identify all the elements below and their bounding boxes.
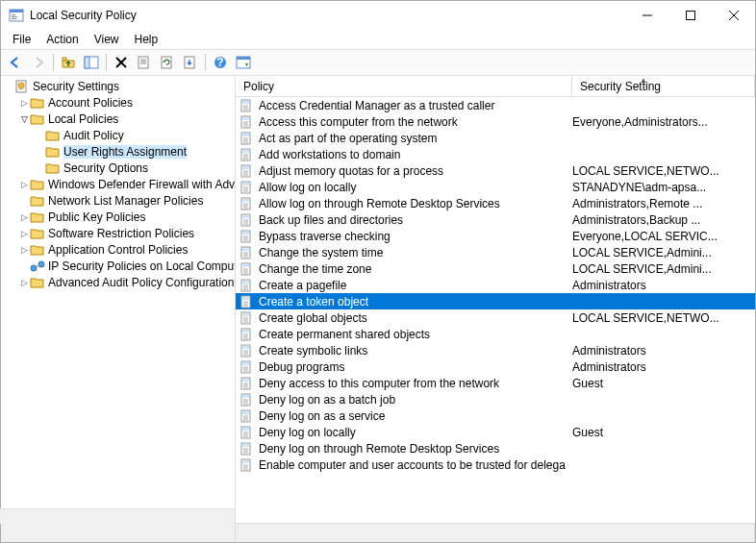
delete-button[interactable] — [111, 52, 132, 73]
policy-name: Change the system time — [259, 246, 383, 259]
show-hide-tree-button[interactable] — [81, 52, 102, 73]
svg-rect-73 — [242, 248, 249, 251]
status-cell — [1, 524, 236, 542]
collapse-icon[interactable]: ▽ — [18, 113, 30, 125]
policy-name: Add workstations to domain — [259, 148, 400, 161]
policy-row[interactable]: Back up files and directoriesAdministrat… — [236, 211, 755, 228]
expand-icon[interactable]: ▷ — [18, 244, 30, 256]
export-button[interactable] — [180, 52, 201, 73]
svg-rect-4 — [12, 18, 16, 19]
policy-row[interactable]: Allow log on through Remote Desktop Serv… — [236, 195, 755, 211]
policy-row[interactable]: Deny log on as a service — [236, 407, 755, 424]
column-setting-label: Security Setting — [580, 80, 661, 93]
policy-name: Deny log on through Remote Desktop Servi… — [259, 442, 499, 456]
column-policy[interactable]: Policy — [236, 76, 572, 96]
tree-item[interactable]: ▷Application Control Policies — [3, 241, 233, 258]
policy-row[interactable]: Deny log on as a batch job — [236, 391, 755, 407]
tree-root-label: Security Settings — [33, 80, 119, 93]
policy-icon — [239, 148, 255, 161]
policy-row[interactable]: Deny access to this computer from the ne… — [236, 375, 755, 391]
policy-row[interactable]: Allow log on locallySTANADYNE\adm-apsa..… — [236, 179, 755, 195]
policy-name: Deny log on as a service — [259, 409, 385, 423]
expand-icon[interactable]: ▷ — [18, 228, 30, 239]
list-body[interactable]: Access Credential Manager as a trusted c… — [236, 97, 755, 523]
expand-icon[interactable] — [3, 81, 14, 92]
svg-rect-28 — [242, 101, 249, 104]
policy-name: Allow log on locally — [259, 181, 356, 194]
tree-item[interactable]: ▷Account Policies — [3, 94, 233, 111]
tree-item[interactable]: ▷Advanced Audit Policy Configuration — [3, 274, 233, 290]
policy-name: Create symbolic links — [259, 344, 367, 358]
expand-icon[interactable]: ▷ — [18, 277, 30, 288]
svg-rect-10 — [85, 57, 89, 68]
policy-icon — [239, 311, 255, 325]
maximize-button[interactable] — [668, 1, 712, 30]
action-button[interactable] — [233, 52, 254, 73]
tree-item-label: Security Options — [63, 161, 148, 175]
tree-pane[interactable]: Security Settings ▷Account Policies▽Loca… — [1, 76, 236, 523]
policy-row[interactable]: Create global objectsLOCAL SERVICE,NETWO… — [236, 309, 755, 326]
policy-setting: Guest — [572, 426, 755, 439]
tree-item-label: Public Key Policies — [48, 210, 145, 224]
tree-item-label: Application Control Policies — [48, 243, 188, 257]
tree-root[interactable]: Security Settings — [3, 78, 233, 94]
menu-file[interactable]: File — [5, 31, 38, 48]
forward-button[interactable] — [28, 52, 49, 73]
menu-help[interactable]: Help — [127, 31, 166, 48]
policy-row[interactable]: Create permanent shared objects — [236, 326, 755, 342]
tree-item[interactable]: ▽Local Policies — [3, 111, 233, 127]
svg-rect-93 — [242, 313, 249, 316]
close-button[interactable] — [712, 1, 755, 30]
policy-row[interactable]: Access this computer from the networkEve… — [236, 113, 755, 130]
folder-icon — [45, 145, 61, 159]
policy-row[interactable]: Create a token object — [236, 293, 755, 309]
svg-rect-13 — [139, 57, 148, 68]
svg-rect-22 — [237, 57, 250, 60]
refresh-button[interactable] — [157, 52, 178, 73]
up-button[interactable] — [58, 52, 79, 73]
policy-row[interactable]: Deny log on through Remote Desktop Servi… — [236, 440, 755, 457]
tree-horizontal-scrollbar[interactable] — [1, 508, 235, 523]
policy-icon — [239, 442, 255, 456]
tree-item[interactable]: Network List Manager Policies — [3, 192, 233, 209]
policy-setting: Administrators — [572, 344, 755, 358]
properties-button[interactable] — [134, 52, 155, 73]
policy-row[interactable]: Add workstations to domain — [236, 146, 755, 162]
policy-row[interactable]: Bypass traverse checkingEveryone,LOCAL S… — [236, 228, 755, 244]
expand-icon[interactable]: ▷ — [18, 179, 30, 190]
policy-row[interactable]: Change the system timeLOCAL SERVICE,Admi… — [236, 244, 755, 260]
policy-icon — [239, 115, 255, 129]
back-button[interactable] — [5, 52, 26, 73]
policy-row[interactable]: Create a pagefileAdministrators — [236, 277, 755, 293]
policy-row[interactable]: Change the time zoneLOCAL SERVICE,Admini… — [236, 260, 755, 277]
policy-row[interactable]: Debug programsAdministrators — [236, 358, 755, 375]
menu-action[interactable]: Action — [38, 31, 86, 48]
tree-item[interactable]: User Rights Assignment — [3, 143, 233, 160]
policy-icon — [239, 262, 255, 276]
svg-rect-133 — [242, 444, 249, 447]
tree-item[interactable]: Security Options — [3, 160, 233, 176]
tree-item-label: Local Policies — [48, 112, 118, 126]
tree-item[interactable]: ▷Software Restriction Policies — [3, 225, 233, 241]
column-setting[interactable]: Security Setting — [572, 76, 755, 96]
help-button[interactable]: ? — [210, 52, 231, 73]
policy-row[interactable]: Access Credential Manager as a trusted c… — [236, 97, 755, 113]
minimize-button[interactable] — [625, 1, 668, 30]
policy-row[interactable]: Create symbolic linksAdministrators — [236, 342, 755, 358]
policy-icon — [239, 344, 255, 358]
policy-row[interactable]: Act as part of the operating system — [236, 130, 755, 146]
expand-icon[interactable]: ▷ — [18, 97, 30, 109]
policy-setting: Administrators — [572, 360, 755, 374]
tree-item[interactable]: IP Security Policies on Local Compute — [3, 258, 233, 274]
policy-icon — [239, 377, 255, 390]
policy-icon — [239, 279, 255, 292]
tree-item[interactable]: ▷Windows Defender Firewall with Adva — [3, 176, 233, 192]
menu-view[interactable]: View — [87, 31, 127, 48]
policy-setting: LOCAL SERVICE,NETWO... — [572, 164, 755, 178]
policy-row[interactable]: Enable computer and user accounts to be … — [236, 457, 755, 473]
policy-row[interactable]: Deny log on locallyGuest — [236, 424, 755, 440]
tree-item[interactable]: ▷Public Key Policies — [3, 209, 233, 225]
expand-icon[interactable]: ▷ — [18, 211, 30, 223]
tree-item[interactable]: Audit Policy — [3, 127, 233, 143]
policy-row[interactable]: Adjust memory quotas for a processLOCAL … — [236, 162, 755, 179]
